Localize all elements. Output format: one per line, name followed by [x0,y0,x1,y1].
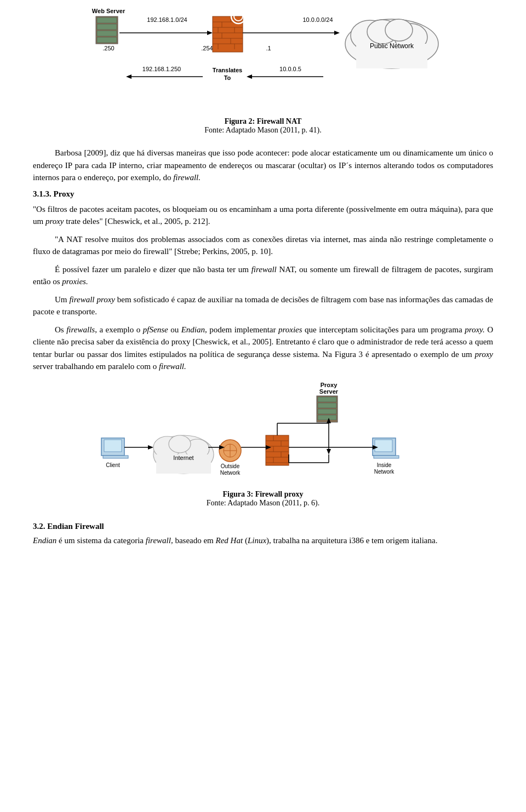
svg-marker-69 [148,445,153,450]
svg-rect-59 [104,440,122,452]
fig2-caption: Figura 3: Firewall proxy Fonte: Adaptado… [207,490,319,508]
fig2-source: Fonte: Adaptado Mason (2011, p. 6). [207,499,319,508]
svg-text:10.0.0.5: 10.0.0.5 [279,66,301,72]
paragraph2: "Os filtros de pacotes aceitam pacotes, … [33,203,493,228]
paragraph5: Um firewall proxy bem sofisticado é capa… [33,293,493,318]
svg-rect-60 [103,456,128,458]
firewall-proxy-diagram: Proxy Server Client [93,381,433,490]
svg-marker-57 [327,449,331,454]
svg-line-27 [243,21,248,26]
section-311-heading: 3.1.3. Proxy [33,189,493,199]
diagram1-container: Web Server 192.168.1.0/24 .250 [33,5,493,142]
fig1-title: Figura 2: Firewall NAT [225,117,302,125]
svg-rect-52 [318,409,336,414]
svg-marker-45 [247,74,252,79]
svg-text:To: To [224,74,231,81]
svg-text:.1: .1 [266,45,271,51]
svg-text:Outside: Outside [221,463,240,469]
diagram2: Proxy Server Client [93,381,433,490]
svg-text:Network: Network [220,470,241,476]
svg-rect-50 [318,397,336,402]
svg-text:.250: .250 [102,45,114,51]
paragraph6: Os firewalls, a exemplo o pfSense ou End… [33,324,493,373]
svg-rect-53 [318,415,336,420]
svg-rect-3 [97,24,117,30]
svg-rect-4 [97,31,117,36]
svg-text:Inside: Inside [377,462,392,468]
svg-text:Network: Network [374,469,395,475]
section-32-heading: 3.2. Endian Firewall [33,522,493,531]
svg-rect-5 [97,37,117,43]
svg-rect-98 [374,456,399,458]
svg-text:Server: Server [319,388,339,395]
diagram2-container: Proxy Server Client [33,381,493,515]
svg-text:192.168.1.250: 192.168.1.250 [142,66,181,72]
svg-text:.254: .254 [201,45,213,51]
svg-point-36 [385,19,413,41]
svg-text:Client: Client [106,462,120,468]
svg-text:10.0.0.0/24: 10.0.0.0/24 [302,16,333,23]
svg-marker-31 [334,31,340,35]
fig1-caption: Figura 2: Firewall NAT Fonte: Adaptado M… [204,117,321,135]
svg-marker-9 [207,31,213,35]
svg-text:Web Server: Web Server [92,8,125,14]
svg-rect-2 [97,18,117,23]
svg-point-65 [169,435,191,453]
svg-text:Public Network: Public Network [370,42,414,50]
diagram1: Web Server 192.168.1.0/24 .250 [71,5,455,115]
svg-rect-51 [318,403,336,408]
svg-rect-78 [266,435,289,465]
svg-text:Translates: Translates [213,67,242,73]
fig2-title: Figura 3: Firewall proxy [223,490,304,498]
fig1-source: Fonte: Adaptado Mason (2011, p. 41). [204,126,321,135]
paragraph7: Endian é um sistema da categoria firewal… [33,534,493,547]
paragraph3: "A NAT resolve muitos dos problemas asso… [33,233,493,258]
paragraph1: Barbosa [2009], diz que há diversas mane… [33,147,493,184]
svg-text:Internet: Internet [173,454,193,461]
paragraph4: É possível fazer um paralelo e dizer que… [33,263,493,288]
svg-text:Proxy: Proxy [321,382,338,388]
svg-marker-41 [126,74,132,79]
svg-rect-97 [375,440,392,452]
svg-text:192.168.1.0/24: 192.168.1.0/24 [147,16,187,23]
firewall-nat-diagram: Web Server 192.168.1.0/24 .250 [71,5,455,115]
page: Web Server 192.168.1.0/24 .250 [0,0,526,574]
